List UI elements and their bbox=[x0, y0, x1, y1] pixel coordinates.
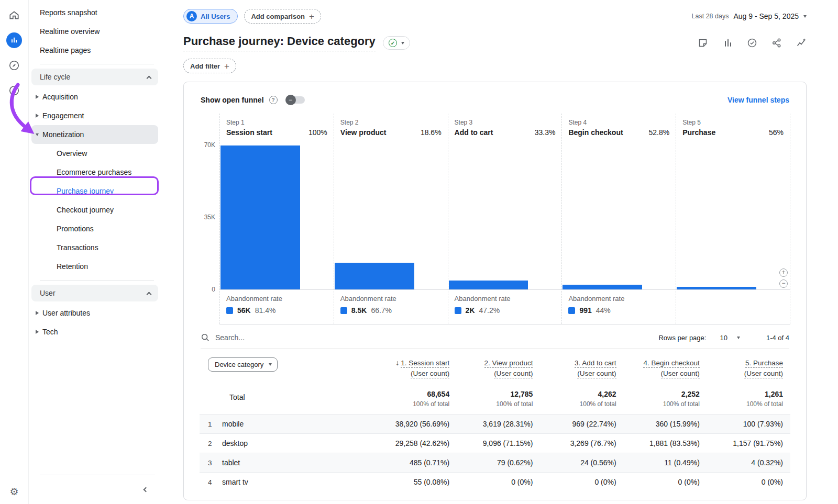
step-number: Step 5 bbox=[682, 119, 784, 126]
total-label: Total bbox=[200, 390, 245, 401]
share-icon[interactable] bbox=[771, 38, 782, 48]
cell-value: 79 (0.62%) bbox=[457, 458, 540, 467]
y-tick: 35K bbox=[204, 214, 215, 221]
column-header-view-product[interactable]: 2. View product (User count) bbox=[457, 357, 540, 378]
zoom-in-icon[interactable]: + bbox=[779, 268, 788, 277]
sidebar-item-monetization[interactable]: Monetization bbox=[31, 125, 158, 144]
bar-chart-icon[interactable] bbox=[722, 38, 733, 48]
funnel-bar[interactable] bbox=[335, 263, 414, 289]
step-name: Purchase bbox=[682, 128, 715, 137]
abandonment-value: 2K bbox=[466, 306, 475, 315]
sidebar-item-overview[interactable]: Overview bbox=[29, 144, 162, 163]
note-icon[interactable] bbox=[698, 38, 708, 48]
sidebar-item-realtime-overview[interactable]: Realtime overview bbox=[29, 22, 162, 41]
column-header-add-to-cart[interactable]: 3. Add to cart (User count) bbox=[540, 357, 623, 378]
advertising-icon[interactable] bbox=[6, 83, 22, 98]
sidebar-item-engagement[interactable]: Engagement bbox=[29, 106, 162, 125]
table-row[interactable]: 2desktop 29,258 (42.62%) 9,096 (71.15%) … bbox=[200, 433, 790, 453]
all-users-chip[interactable]: A All Users bbox=[183, 9, 238, 24]
funnel-bar[interactable] bbox=[563, 285, 642, 289]
column-title: 4. Begin checkout bbox=[643, 359, 699, 368]
plus-icon: + bbox=[224, 62, 229, 71]
step-name: Session start bbox=[226, 128, 272, 137]
table-search-row: Rows per page: 10 1-4 of 4 bbox=[201, 333, 789, 349]
home-icon[interactable] bbox=[6, 7, 22, 23]
add-filter-button[interactable]: Add filter + bbox=[183, 59, 236, 73]
abandonment-label: Abandonment rate bbox=[568, 295, 669, 303]
funnel-plot bbox=[448, 143, 562, 289]
chevron-down-icon bbox=[401, 42, 404, 44]
expand-triangle-icon bbox=[36, 330, 39, 334]
column-header-begin-checkout[interactable]: 4. Begin checkout (User count) bbox=[624, 357, 707, 378]
funnel-bar[interactable] bbox=[449, 281, 528, 289]
sidebar-item-label: Engagement bbox=[42, 111, 84, 120]
add-comparison-label: Add comparison bbox=[251, 13, 305, 20]
total-subtext: 100% of total bbox=[707, 400, 783, 408]
expand-triangle-icon bbox=[36, 311, 39, 315]
column-header-purchase[interactable]: 5. Purchase (User count) bbox=[707, 357, 790, 378]
funnel-bar[interactable] bbox=[220, 145, 300, 289]
table-row[interactable]: 4smart tv 55 (0.08%) 0 (0%) 0 (0%) 0 (0%… bbox=[200, 472, 790, 491]
funnel-bar[interactable] bbox=[677, 287, 756, 289]
funnel-plot bbox=[220, 143, 334, 289]
y-tick: 70K bbox=[204, 141, 215, 149]
rows-per-page-select[interactable]: 10 bbox=[720, 334, 740, 342]
sidebar-section-life-cycle[interactable]: Life cycle bbox=[31, 69, 158, 85]
help-icon[interactable]: ? bbox=[269, 96, 278, 104]
chevron-down-icon bbox=[737, 337, 740, 339]
collapse-sidebar-icon[interactable] bbox=[144, 487, 149, 492]
search-input[interactable] bbox=[215, 333, 383, 342]
sidebar-item-acquisition[interactable]: Acquisition bbox=[29, 87, 162, 106]
sidebar-section-user[interactable]: User bbox=[31, 285, 158, 301]
check-target-icon[interactable] bbox=[747, 38, 757, 48]
sidebar-item-label: Retention bbox=[57, 262, 88, 271]
sidebar-item-reports-snapshot[interactable]: Reports snapshot bbox=[29, 3, 162, 22]
table-row[interactable]: 3tablet 485 (0.71%) 79 (0.62%) 24 (0.56%… bbox=[200, 453, 790, 472]
sidebar-item-transactions[interactable]: Transactions bbox=[29, 238, 162, 257]
zoom-out-icon[interactable]: − bbox=[779, 279, 788, 288]
settings-gear-icon[interactable]: ⚙ bbox=[9, 486, 18, 498]
add-comparison-button[interactable]: Add comparison + bbox=[244, 9, 321, 24]
insights-icon[interactable] bbox=[796, 38, 807, 48]
sidebar-item-realtime-pages[interactable]: Realtime pages bbox=[29, 41, 162, 60]
sidebar-item-label: Tech bbox=[42, 328, 58, 336]
app-window: ⚙ Reports snapshot Realtime overview Rea… bbox=[0, 0, 838, 504]
sidebar-item-promotions[interactable]: Promotions bbox=[29, 219, 162, 238]
toggle-thumb: − bbox=[285, 95, 296, 105]
abandonment-rate: 47.2% bbox=[479, 306, 500, 315]
table-header-row: Device category ↓1. Session start (User … bbox=[200, 349, 790, 385]
reports-icon[interactable] bbox=[6, 32, 22, 48]
sidebar-item-purchase-journey[interactable]: Purchase journey bbox=[29, 182, 162, 200]
total-subtext: 100% of total bbox=[624, 400, 700, 408]
dimension-dropdown[interactable]: Device category bbox=[208, 357, 278, 372]
step-rate: 56% bbox=[769, 128, 784, 137]
pagination-range: 1-4 of 4 bbox=[766, 334, 789, 342]
sidebar-item-ecommerce-purchases[interactable]: Ecommerce purchases bbox=[29, 163, 162, 182]
date-range-picker[interactable]: Last 28 days Aug 9 - Sep 5, 2025 bbox=[692, 12, 807, 20]
sidebar-item-checkout-journey[interactable]: Checkout journey bbox=[29, 200, 162, 219]
sidebar-item-user-attributes[interactable]: User attributes bbox=[29, 304, 162, 322]
sidebar-item-tech[interactable]: Tech bbox=[29, 322, 162, 341]
step-rate: 33.3% bbox=[535, 128, 556, 137]
total-value: 4,262 bbox=[540, 390, 616, 398]
step-name: Begin checkout bbox=[568, 128, 623, 137]
expand-triangle-icon bbox=[36, 95, 39, 99]
abandonment-section: Abandonment rate 56K 81.4% bbox=[220, 289, 334, 324]
cell-value: 55 (0.08%) bbox=[373, 478, 457, 486]
table-row[interactable]: 1mobile 38,920 (56.69%) 3,619 (28.31%) 9… bbox=[200, 414, 790, 433]
explore-icon[interactable] bbox=[6, 58, 22, 73]
section-label: Life cycle bbox=[40, 73, 70, 81]
cell-value: 11 (0.49%) bbox=[624, 458, 707, 467]
data-quality-badge[interactable]: ✓ bbox=[383, 36, 410, 50]
report-title-row: Purchase journey: Device category ✓ bbox=[183, 35, 807, 51]
funnel-plot bbox=[676, 143, 790, 289]
table-controls: Rows per page: 10 1-4 of 4 bbox=[658, 334, 789, 342]
purchase-journey-card: Show open funnel ? − View funnel steps 7… bbox=[183, 82, 807, 500]
sidebar-item-retention[interactable]: Retention bbox=[29, 257, 162, 276]
sort-descending-icon: ↓ bbox=[395, 359, 399, 367]
view-funnel-steps-link[interactable]: View funnel steps bbox=[727, 96, 789, 104]
abandonment-label: Abandonment rate bbox=[455, 295, 556, 303]
main-content: A All Users Add comparison + Last 28 day… bbox=[162, 0, 838, 504]
open-funnel-toggle[interactable]: − bbox=[287, 96, 305, 104]
column-header-session-start[interactable]: ↓1. Session start (User count) bbox=[373, 357, 457, 378]
